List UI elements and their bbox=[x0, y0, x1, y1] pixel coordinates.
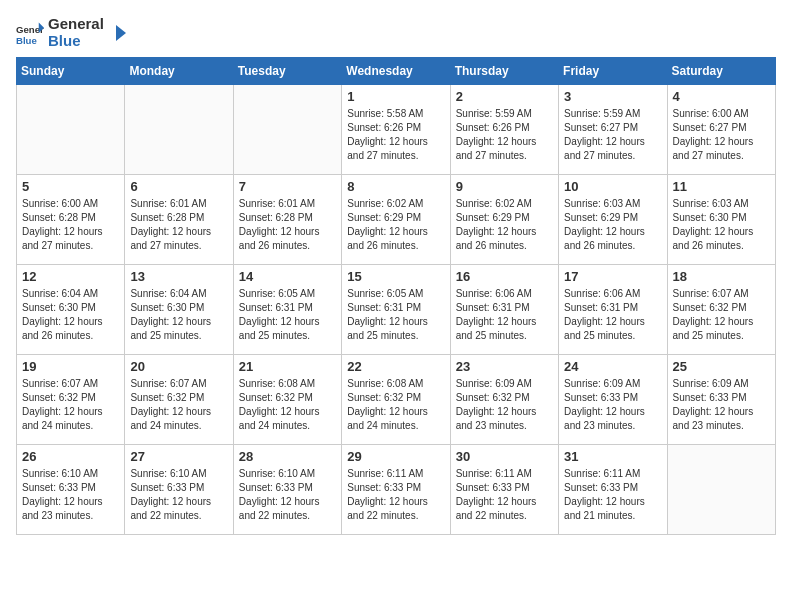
calendar-cell: 6Sunrise: 6:01 AM Sunset: 6:28 PM Daylig… bbox=[125, 175, 233, 265]
logo-general-text: General bbox=[48, 16, 104, 33]
day-header-thursday: Thursday bbox=[450, 58, 558, 85]
day-number: 1 bbox=[347, 89, 444, 104]
calendar-cell: 21Sunrise: 6:08 AM Sunset: 6:32 PM Dayli… bbox=[233, 355, 341, 445]
day-number: 17 bbox=[564, 269, 661, 284]
day-info: Sunrise: 6:02 AM Sunset: 6:29 PM Dayligh… bbox=[456, 197, 553, 253]
day-number: 23 bbox=[456, 359, 553, 374]
day-info: Sunrise: 6:05 AM Sunset: 6:31 PM Dayligh… bbox=[239, 287, 336, 343]
day-info: Sunrise: 6:06 AM Sunset: 6:31 PM Dayligh… bbox=[456, 287, 553, 343]
calendar-cell: 14Sunrise: 6:05 AM Sunset: 6:31 PM Dayli… bbox=[233, 265, 341, 355]
day-number: 4 bbox=[673, 89, 770, 104]
svg-marker-3 bbox=[116, 25, 126, 41]
day-number: 18 bbox=[673, 269, 770, 284]
calendar-cell bbox=[667, 445, 775, 535]
day-info: Sunrise: 6:05 AM Sunset: 6:31 PM Dayligh… bbox=[347, 287, 444, 343]
calendar-cell bbox=[17, 85, 125, 175]
day-number: 26 bbox=[22, 449, 119, 464]
header: General Blue General Blue bbox=[16, 16, 776, 49]
day-header-sunday: Sunday bbox=[17, 58, 125, 85]
day-number: 22 bbox=[347, 359, 444, 374]
day-info: Sunrise: 6:00 AM Sunset: 6:28 PM Dayligh… bbox=[22, 197, 119, 253]
calendar-cell: 28Sunrise: 6:10 AM Sunset: 6:33 PM Dayli… bbox=[233, 445, 341, 535]
calendar-cell: 5Sunrise: 6:00 AM Sunset: 6:28 PM Daylig… bbox=[17, 175, 125, 265]
calendar-cell: 15Sunrise: 6:05 AM Sunset: 6:31 PM Dayli… bbox=[342, 265, 450, 355]
day-number: 13 bbox=[130, 269, 227, 284]
day-number: 7 bbox=[239, 179, 336, 194]
day-number: 24 bbox=[564, 359, 661, 374]
day-info: Sunrise: 6:00 AM Sunset: 6:27 PM Dayligh… bbox=[673, 107, 770, 163]
calendar-cell: 17Sunrise: 6:06 AM Sunset: 6:31 PM Dayli… bbox=[559, 265, 667, 355]
day-number: 6 bbox=[130, 179, 227, 194]
day-number: 27 bbox=[130, 449, 227, 464]
day-header-friday: Friday bbox=[559, 58, 667, 85]
calendar-cell: 3Sunrise: 5:59 AM Sunset: 6:27 PM Daylig… bbox=[559, 85, 667, 175]
day-info: Sunrise: 6:03 AM Sunset: 6:30 PM Dayligh… bbox=[673, 197, 770, 253]
day-info: Sunrise: 6:01 AM Sunset: 6:28 PM Dayligh… bbox=[239, 197, 336, 253]
day-number: 28 bbox=[239, 449, 336, 464]
logo-arrow-icon bbox=[108, 23, 128, 43]
calendar-cell: 24Sunrise: 6:09 AM Sunset: 6:33 PM Dayli… bbox=[559, 355, 667, 445]
day-info: Sunrise: 6:04 AM Sunset: 6:30 PM Dayligh… bbox=[22, 287, 119, 343]
calendar-table: SundayMondayTuesdayWednesdayThursdayFrid… bbox=[16, 57, 776, 535]
day-info: Sunrise: 6:02 AM Sunset: 6:29 PM Dayligh… bbox=[347, 197, 444, 253]
day-number: 2 bbox=[456, 89, 553, 104]
day-info: Sunrise: 6:07 AM Sunset: 6:32 PM Dayligh… bbox=[130, 377, 227, 433]
day-number: 16 bbox=[456, 269, 553, 284]
calendar-week-row: 5Sunrise: 6:00 AM Sunset: 6:28 PM Daylig… bbox=[17, 175, 776, 265]
calendar-cell: 18Sunrise: 6:07 AM Sunset: 6:32 PM Dayli… bbox=[667, 265, 775, 355]
day-info: Sunrise: 6:11 AM Sunset: 6:33 PM Dayligh… bbox=[347, 467, 444, 523]
day-info: Sunrise: 6:10 AM Sunset: 6:33 PM Dayligh… bbox=[239, 467, 336, 523]
day-header-saturday: Saturday bbox=[667, 58, 775, 85]
day-info: Sunrise: 6:08 AM Sunset: 6:32 PM Dayligh… bbox=[239, 377, 336, 433]
day-number: 3 bbox=[564, 89, 661, 104]
day-number: 25 bbox=[673, 359, 770, 374]
day-info: Sunrise: 6:07 AM Sunset: 6:32 PM Dayligh… bbox=[22, 377, 119, 433]
calendar-cell: 26Sunrise: 6:10 AM Sunset: 6:33 PM Dayli… bbox=[17, 445, 125, 535]
calendar-cell: 25Sunrise: 6:09 AM Sunset: 6:33 PM Dayli… bbox=[667, 355, 775, 445]
calendar-cell: 16Sunrise: 6:06 AM Sunset: 6:31 PM Dayli… bbox=[450, 265, 558, 355]
svg-text:Blue: Blue bbox=[16, 34, 37, 45]
calendar-cell: 19Sunrise: 6:07 AM Sunset: 6:32 PM Dayli… bbox=[17, 355, 125, 445]
calendar-cell: 20Sunrise: 6:07 AM Sunset: 6:32 PM Dayli… bbox=[125, 355, 233, 445]
calendar-header-row: SundayMondayTuesdayWednesdayThursdayFrid… bbox=[17, 58, 776, 85]
calendar-cell: 1Sunrise: 5:58 AM Sunset: 6:26 PM Daylig… bbox=[342, 85, 450, 175]
day-info: Sunrise: 6:11 AM Sunset: 6:33 PM Dayligh… bbox=[564, 467, 661, 523]
calendar-week-row: 1Sunrise: 5:58 AM Sunset: 6:26 PM Daylig… bbox=[17, 85, 776, 175]
calendar-cell: 10Sunrise: 6:03 AM Sunset: 6:29 PM Dayli… bbox=[559, 175, 667, 265]
calendar-cell bbox=[233, 85, 341, 175]
calendar-cell: 31Sunrise: 6:11 AM Sunset: 6:33 PM Dayli… bbox=[559, 445, 667, 535]
calendar-cell: 23Sunrise: 6:09 AM Sunset: 6:32 PM Dayli… bbox=[450, 355, 558, 445]
day-number: 29 bbox=[347, 449, 444, 464]
day-info: Sunrise: 6:08 AM Sunset: 6:32 PM Dayligh… bbox=[347, 377, 444, 433]
day-info: Sunrise: 6:10 AM Sunset: 6:33 PM Dayligh… bbox=[22, 467, 119, 523]
calendar-cell: 30Sunrise: 6:11 AM Sunset: 6:33 PM Dayli… bbox=[450, 445, 558, 535]
day-number: 15 bbox=[347, 269, 444, 284]
calendar-cell: 11Sunrise: 6:03 AM Sunset: 6:30 PM Dayli… bbox=[667, 175, 775, 265]
day-info: Sunrise: 6:06 AM Sunset: 6:31 PM Dayligh… bbox=[564, 287, 661, 343]
day-number: 20 bbox=[130, 359, 227, 374]
day-number: 11 bbox=[673, 179, 770, 194]
day-number: 30 bbox=[456, 449, 553, 464]
day-header-tuesday: Tuesday bbox=[233, 58, 341, 85]
calendar-week-row: 19Sunrise: 6:07 AM Sunset: 6:32 PM Dayli… bbox=[17, 355, 776, 445]
day-info: Sunrise: 6:11 AM Sunset: 6:33 PM Dayligh… bbox=[456, 467, 553, 523]
day-header-monday: Monday bbox=[125, 58, 233, 85]
calendar-cell: 7Sunrise: 6:01 AM Sunset: 6:28 PM Daylig… bbox=[233, 175, 341, 265]
day-number: 31 bbox=[564, 449, 661, 464]
logo-icon: General Blue bbox=[16, 19, 44, 47]
day-info: Sunrise: 6:07 AM Sunset: 6:32 PM Dayligh… bbox=[673, 287, 770, 343]
calendar-cell: 8Sunrise: 6:02 AM Sunset: 6:29 PM Daylig… bbox=[342, 175, 450, 265]
day-info: Sunrise: 6:03 AM Sunset: 6:29 PM Dayligh… bbox=[564, 197, 661, 253]
calendar-week-row: 12Sunrise: 6:04 AM Sunset: 6:30 PM Dayli… bbox=[17, 265, 776, 355]
day-number: 14 bbox=[239, 269, 336, 284]
day-number: 8 bbox=[347, 179, 444, 194]
day-number: 9 bbox=[456, 179, 553, 194]
day-info: Sunrise: 6:10 AM Sunset: 6:33 PM Dayligh… bbox=[130, 467, 227, 523]
calendar-cell: 22Sunrise: 6:08 AM Sunset: 6:32 PM Dayli… bbox=[342, 355, 450, 445]
calendar-cell: 2Sunrise: 5:59 AM Sunset: 6:26 PM Daylig… bbox=[450, 85, 558, 175]
calendar-cell: 27Sunrise: 6:10 AM Sunset: 6:33 PM Dayli… bbox=[125, 445, 233, 535]
calendar-cell: 29Sunrise: 6:11 AM Sunset: 6:33 PM Dayli… bbox=[342, 445, 450, 535]
calendar-cell: 4Sunrise: 6:00 AM Sunset: 6:27 PM Daylig… bbox=[667, 85, 775, 175]
day-number: 19 bbox=[22, 359, 119, 374]
day-info: Sunrise: 6:09 AM Sunset: 6:33 PM Dayligh… bbox=[673, 377, 770, 433]
